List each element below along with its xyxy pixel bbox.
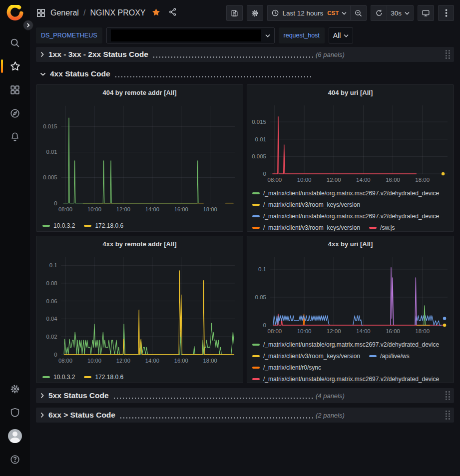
variable-select-ds-prometheus[interactable] <box>106 27 275 43</box>
y-axis-tick-label: 0.02 <box>46 334 57 340</box>
compass-icon <box>9 108 20 119</box>
row-4xx-status-code[interactable]: 4xx Status Code <box>36 66 454 81</box>
panel-legend: /_matrix/client/unstable/org.matrix.msc2… <box>247 187 454 231</box>
panel-4xx-by-remote-addr: 4xx by remote addr [All]00.020.040.060.0… <box>36 236 243 383</box>
dashboard-settings-button[interactable] <box>247 5 263 21</box>
variable-select-request-host[interactable]: All <box>329 27 354 43</box>
row-drag-handle[interactable] <box>446 391 450 400</box>
sidebar-item-settings[interactable] <box>0 377 30 401</box>
legend-item[interactable]: 10.0.3.2 <box>42 371 75 383</box>
panel-title[interactable]: 404 by uri [All] <box>247 85 454 100</box>
legend-item[interactable]: /api/live/ws <box>369 350 410 362</box>
legend-series-swatch <box>369 355 377 357</box>
sidebar-item-help[interactable] <box>0 448 30 471</box>
legend-item[interactable]: /_matrix/client/unstable/org.matrix.msc2… <box>252 373 439 383</box>
dashboard-title[interactable]: NGINX PROXY <box>90 8 145 17</box>
legend-series-label: /_matrix/client/unstable/org.matrix.msc2… <box>263 213 439 220</box>
row-drag-handle[interactable] <box>446 50 450 59</box>
zoom-out-time-button[interactable] <box>350 5 367 21</box>
legend-item[interactable]: /_matrix/client/v3/room_keys/version <box>252 350 360 362</box>
breadcrumb-folder[interactable]: General <box>50 8 79 17</box>
chart-canvas[interactable]: 00.0050.010.01508:0010:0012:0014:0016:00… <box>247 100 454 187</box>
row-drag-handle[interactable] <box>446 411 450 420</box>
sidebar-item-dashboards[interactable] <box>0 78 30 101</box>
dashboard-header: General / NGINX PROXY <box>30 0 460 26</box>
refresh-interval-dropdown[interactable]: 30s <box>387 5 414 21</box>
legend-item[interactable]: /_matrix/client/v3/room_keys/version <box>252 222 360 231</box>
grafana-logo-icon[interactable] <box>6 5 23 22</box>
row-dots-leader <box>114 76 313 77</box>
x-axis-tick-label: 08:00 <box>267 177 282 183</box>
x-axis-tick-label: 10:00 <box>297 177 312 183</box>
time-range-label: Last 12 hours <box>282 9 323 17</box>
more-options-button[interactable] <box>438 5 454 21</box>
y-axis-tick-label: 0.1 <box>49 262 57 268</box>
sidebar-item-search[interactable] <box>0 31 30 54</box>
legend-item[interactable]: /_matrix/client/unstable/org.matrix.msc2… <box>252 210 439 222</box>
row-5xx-status-code[interactable]: 5xx Status Code (4 panels) <box>36 388 454 403</box>
legend-series-swatch <box>42 225 50 227</box>
panel-title[interactable]: 4xx by uri [All] <box>247 236 454 251</box>
y-axis-tick-label: 0.005 <box>43 174 57 180</box>
y-axis-tick-label: 0.01 <box>46 149 57 155</box>
row-1xx-3xx-2xx-status-code[interactable]: 1xx - 3xx - 2xx Status Code (6 panels) <box>36 47 454 62</box>
save-dashboard-button[interactable] <box>226 5 243 21</box>
legend-series-label: /_matrix/client/v3/room_keys/version <box>263 353 360 360</box>
search-icon <box>9 37 20 48</box>
legend-series-swatch <box>84 376 91 378</box>
breadcrumb-separator: / <box>83 8 85 17</box>
share-icon[interactable] <box>168 7 177 18</box>
sidebar-item-server-admin[interactable] <box>0 401 30 424</box>
panel-title[interactable]: 404 by remote addr [All] <box>36 85 243 100</box>
x-axis-tick-label: 14:00 <box>145 358 159 364</box>
x-axis-tick-label: 18:00 <box>415 328 430 334</box>
cycle-view-mode-button[interactable] <box>418 5 434 21</box>
x-axis-tick-label: 10:00 <box>87 206 101 212</box>
legend-series-swatch <box>42 376 50 378</box>
legend-item[interactable]: /sw.js <box>369 222 395 231</box>
breadcrumb: General / NGINX PROXY <box>36 7 177 19</box>
x-axis-tick-label: 14:00 <box>145 206 159 212</box>
legend-series-label: /_matrix/client/v3/room_keys/version <box>263 224 360 231</box>
y-axis-tick-label: 0.05 <box>255 294 266 300</box>
sidebar-item-explore[interactable] <box>0 101 30 125</box>
panel-title[interactable]: 4xx by remote addr [All] <box>36 236 243 251</box>
x-axis-tick-label: 18:00 <box>203 206 217 212</box>
refresh-button[interactable] <box>371 5 387 21</box>
legend-item[interactable]: /_matrix/client/unstable/org.matrix.msc2… <box>252 339 439 350</box>
legend-item[interactable]: /_matrix/client/unstable/org.matrix.msc2… <box>252 187 439 199</box>
time-range-picker[interactable]: Last 12 hours CST <box>267 5 350 21</box>
legend-item[interactable]: /_matrix/client/v3/room_keys/version <box>252 199 360 210</box>
legend-series-label: 10.0.3.2 <box>53 374 75 381</box>
help-circle-icon <box>9 454 20 465</box>
row-title: 5xx Status Code <box>48 391 109 400</box>
favorite-star-icon[interactable] <box>151 7 161 19</box>
sidebar-expand-button[interactable] <box>23 20 33 30</box>
chevron-right-icon <box>40 393 44 399</box>
sidebar-item-starred[interactable] <box>0 54 30 78</box>
chevron-right-icon <box>40 412 44 418</box>
legend-item[interactable]: 10.0.3.2 <box>42 220 75 231</box>
row-panel-count: (6 panels) <box>316 51 345 58</box>
legend-item[interactable]: /_matrix/client/r0/sync <box>252 362 321 373</box>
legend-item[interactable]: 172.18.0.6 <box>84 371 123 383</box>
variable-value-request-host: All <box>333 31 341 39</box>
legend-series-swatch <box>252 367 260 369</box>
chart-canvas[interactable]: 00.020.040.060.080.108:0010:0012:0014:00… <box>36 251 243 369</box>
x-axis-tick-label: 10:00 <box>297 328 312 334</box>
row-6xx-status-code[interactable]: 6xx > Status Code (2 panels) <box>36 408 454 423</box>
sidebar-item-profile[interactable] <box>0 424 30 448</box>
legend-series-label: 172.18.0.6 <box>95 222 123 229</box>
chevron-down-icon <box>344 34 349 37</box>
row-title: 1xx - 3xx - 2xx Status Code <box>48 50 148 59</box>
chart-canvas[interactable]: 00.0050.010.01508:0010:0012:0014:0016:00… <box>36 100 243 217</box>
chevron-right-icon <box>40 51 44 57</box>
chart-canvas[interactable]: 00.050.108:0010:0012:0014:0016:0018:00 <box>247 251 454 339</box>
sidebar-item-alerting[interactable] <box>0 125 30 148</box>
x-axis-tick-label: 12:00 <box>327 328 341 334</box>
legend-item[interactable]: 172.18.0.6 <box>84 220 123 231</box>
sidebar <box>0 0 30 476</box>
series-line <box>272 117 417 174</box>
legend-series-label: /sw.js <box>380 224 395 231</box>
chevron-right-icon <box>26 23 30 27</box>
